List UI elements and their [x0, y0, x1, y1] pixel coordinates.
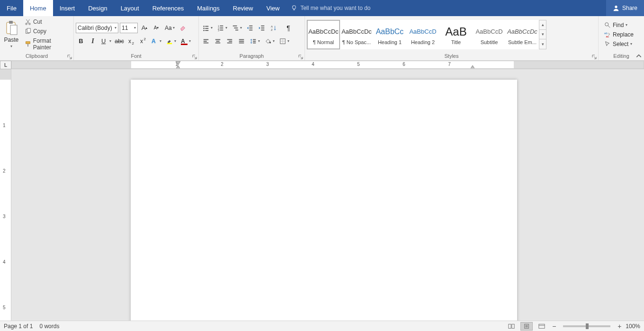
- collapse-ribbon-button[interactable]: [635, 53, 642, 59]
- tab-references[interactable]: References: [146, 0, 190, 16]
- status-page[interactable]: Page 1 of 1: [4, 323, 33, 330]
- svg-rect-23: [220, 29, 223, 30]
- paste-button[interactable]: Paste ▾: [2, 17, 21, 52]
- align-center-icon: [215, 38, 221, 45]
- group-clipboard: Paste ▾ Cut Copy Format Painter Clipboar…: [0, 16, 74, 60]
- style-tile-heading1[interactable]: AaBbCc Heading 1: [373, 20, 406, 49]
- view-read-mode[interactable]: [505, 322, 518, 331]
- font-color-button[interactable]: A▾: [179, 36, 192, 46]
- highlight-button[interactable]: ▾: [164, 36, 178, 46]
- superscript-button[interactable]: x2: [138, 36, 148, 46]
- tab-home[interactable]: Home: [23, 0, 53, 16]
- copy-icon: [25, 28, 31, 35]
- view-web-layout[interactable]: [536, 322, 548, 331]
- document-canvas[interactable]: [11, 69, 644, 321]
- increase-indent-button[interactable]: [257, 23, 267, 33]
- style-tile-nospacing[interactable]: AaBbCcDc ¶ No Spac...: [340, 20, 373, 49]
- zoom-in-button[interactable]: +: [616, 322, 623, 330]
- change-case-button[interactable]: Aa▾: [163, 23, 176, 33]
- tab-file[interactable]: File: [0, 0, 23, 16]
- font-launcher[interactable]: [192, 54, 197, 60]
- right-indent-marker[interactable]: [470, 65, 475, 69]
- tab-layout[interactable]: Layout: [114, 0, 146, 16]
- bold-button[interactable]: B: [76, 36, 86, 46]
- tab-design[interactable]: Design: [81, 0, 114, 16]
- paragraph-group-label: Paragraph: [240, 53, 264, 59]
- styles-scroll-up[interactable]: ▴: [539, 20, 546, 30]
- zoom-level[interactable]: 100%: [626, 323, 640, 330]
- zoom-slider[interactable]: [563, 325, 610, 327]
- replace-button[interactable]: abac Replace: [603, 31, 635, 38]
- svg-rect-46: [239, 42, 244, 43]
- select-button[interactable]: Select▾: [603, 40, 635, 48]
- hanging-indent-marker[interactable]: [176, 65, 180, 69]
- font-size-combo[interactable]: 11▾: [120, 23, 138, 33]
- style-tile-normal[interactable]: AaBbCcDc ¶ Normal: [307, 20, 340, 49]
- view-print-layout[interactable]: [520, 322, 533, 331]
- clear-formatting-button[interactable]: [178, 23, 188, 33]
- chevron-down-icon: ▾: [134, 26, 136, 30]
- tell-me-search[interactable]: Tell me what you want to do: [286, 0, 375, 16]
- group-font: Calibri (Body)▾ 11▾ A▴ A▾ Aa▾ B I U▾ abc…: [74, 16, 199, 60]
- style-tile-heading2[interactable]: AaBbCcD Heading 2: [406, 20, 439, 49]
- borders-button[interactable]: ▾: [277, 36, 291, 46]
- tab-insert[interactable]: Insert: [53, 0, 82, 16]
- strikethrough-button[interactable]: abc: [114, 36, 125, 46]
- decrease-indent-button[interactable]: [245, 23, 255, 33]
- svg-rect-26: [235, 29, 238, 30]
- align-left-button[interactable]: [201, 36, 211, 46]
- style-tile-subtleem[interactable]: AaBbCcDc Subtle Em...: [506, 20, 539, 49]
- multilevel-list-button[interactable]: ▾: [230, 23, 243, 33]
- group-paragraph: ▾ 123▾ ▾ AZ ¶ ▾ ▾ ▾ P: [199, 16, 305, 60]
- numbering-button[interactable]: 123▾: [215, 23, 229, 33]
- horizontal-ruler[interactable]: 1 2 3 4 5 6 7: [11, 61, 644, 69]
- format-painter-button[interactable]: Format Painter: [24, 37, 72, 51]
- justify-button[interactable]: [236, 36, 247, 46]
- line-spacing-button[interactable]: ▾: [248, 36, 261, 46]
- shrink-font-button[interactable]: A▾: [151, 23, 161, 33]
- cut-button[interactable]: Cut: [24, 18, 72, 26]
- clipboard-launcher[interactable]: [67, 54, 72, 60]
- align-center-button[interactable]: [213, 36, 223, 46]
- subscript-button[interactable]: x2: [126, 36, 136, 46]
- tab-selector[interactable]: L: [0, 61, 11, 69]
- replace-label: Replace: [613, 31, 634, 38]
- styles-expand[interactable]: ▾: [539, 39, 546, 49]
- share-label: Share: [622, 5, 637, 11]
- shading-button[interactable]: ▾: [263, 36, 276, 46]
- text-effects-button[interactable]: A▾: [150, 36, 163, 46]
- sort-button[interactable]: AZ: [268, 23, 282, 33]
- align-right-button[interactable]: [224, 36, 235, 46]
- svg-rect-35: [204, 39, 209, 40]
- styles-launcher[interactable]: [591, 54, 597, 60]
- zoom-thumb[interactable]: [586, 323, 589, 329]
- outdent-icon: [247, 25, 253, 31]
- grow-font-button[interactable]: A▴: [139, 23, 150, 33]
- tab-mailings[interactable]: Mailings: [190, 0, 226, 16]
- style-name: ¶ No Spac...: [342, 39, 371, 45]
- style-tile-subtitle[interactable]: AaBbCcD Subtitle: [473, 20, 506, 49]
- underline-button[interactable]: U▾: [99, 36, 113, 46]
- tab-view[interactable]: View: [259, 0, 286, 16]
- share-button[interactable]: Share: [606, 0, 644, 16]
- first-line-indent-marker[interactable]: [176, 61, 180, 65]
- find-button[interactable]: Find▾: [603, 21, 635, 29]
- chevron-down-icon: ▾: [189, 39, 191, 43]
- zoom-out-button[interactable]: −: [551, 322, 557, 330]
- show-marks-button[interactable]: ¶: [283, 23, 294, 33]
- paragraph-launcher[interactable]: [298, 54, 304, 60]
- page[interactable]: [131, 80, 517, 321]
- svg-text:Z: Z: [271, 28, 273, 31]
- font-name-combo[interactable]: Calibri (Body)▾: [76, 23, 118, 33]
- svg-rect-45: [239, 41, 244, 42]
- vertical-ruler[interactable]: 1 2 3 4 5: [0, 69, 11, 321]
- italic-button[interactable]: I: [88, 36, 98, 46]
- copy-button[interactable]: Copy: [24, 28, 72, 35]
- styles-scroll-down[interactable]: ▾: [539, 30, 546, 39]
- bullets-button[interactable]: ▾: [201, 23, 214, 33]
- tab-review[interactable]: Review: [226, 0, 260, 16]
- status-words[interactable]: 0 words: [39, 323, 59, 330]
- style-tile-title[interactable]: AaB Title: [439, 20, 473, 49]
- bullets-icon: [203, 25, 209, 31]
- svg-rect-44: [239, 39, 244, 40]
